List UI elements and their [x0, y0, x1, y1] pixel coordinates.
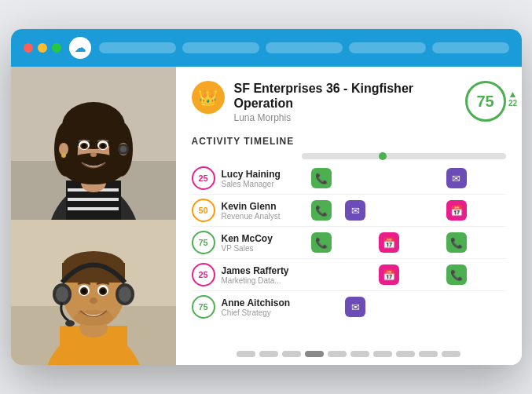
page-dot-4[interactable] [305, 351, 324, 357]
person-row-kevin: 50 Kevin Glenn Revenue Analyst 📞 ✉ [192, 195, 506, 227]
ken-act-4: 📞 [441, 232, 472, 254]
james-act-2: 📅 [373, 264, 405, 286]
account-score-badge: 75 ▲ 22 [465, 81, 506, 122]
kevin-name: Kevin Glenn [222, 201, 300, 212]
lucy-activities: 📞 ✉ [306, 167, 506, 189]
ken-name: Ken McCoy [222, 233, 300, 244]
anne-act-5 [475, 296, 506, 318]
anne-act-3 [407, 296, 438, 318]
person-row-lucy: 25 Lucy Haining Sales Manager 📞 [192, 162, 506, 195]
phone-icon[interactable]: 📞 [446, 264, 467, 285]
kevin-score-badge: 50 [192, 199, 215, 222]
calendar-icon[interactable]: 📅 [379, 264, 399, 285]
phone-icon[interactable]: 📞 [446, 232, 467, 253]
page-dot-2[interactable] [259, 351, 278, 357]
activity-timeline: ACTIVITY TIMELINE 25 Lucy Haining Sales [192, 136, 506, 343]
james-act-1 [339, 264, 371, 286]
svg-rect-6 [68, 207, 119, 210]
page-dot-6[interactable] [350, 351, 369, 357]
svg-point-40 [65, 320, 75, 327]
kevin-act-4: 📅 [441, 199, 472, 221]
kevin-act-1: ✉ [339, 199, 371, 221]
anne-name: Anne Aitchison [222, 297, 300, 308]
account-header: 👑 SF Enterprises 36 - Kingfisher Operati… [192, 81, 506, 123]
svg-rect-5 [68, 198, 119, 201]
person-row-ken: 75 Ken McCoy VP Sales 📞 📅 [192, 227, 506, 259]
person-row-james: 25 James Rafferty Marketing Data... 📅 [192, 259, 506, 291]
svg-point-22 [82, 144, 86, 148]
page-dot-10[interactable] [442, 351, 460, 357]
score-delta-number: 22 [508, 99, 517, 108]
nav-pill-2[interactable] [182, 42, 259, 53]
phone-icon[interactable]: 📞 [311, 200, 332, 221]
maximize-button[interactable] [52, 43, 61, 53]
lucy-score-badge: 25 [192, 166, 215, 190]
anne-title: Chief Strategy [222, 308, 300, 317]
email-icon[interactable]: ✉ [345, 297, 365, 317]
ken-info: Ken McCoy VP Sales [222, 233, 300, 253]
page-dot-7[interactable] [373, 351, 392, 357]
anne-act-4 [441, 296, 472, 318]
kevin-activities: 📞 ✉ 📅 [306, 199, 506, 221]
page-dot-5[interactable] [328, 351, 347, 357]
anne-score-badge: 75 [192, 295, 215, 319]
svg-point-48 [78, 311, 81, 314]
page-dot-3[interactable] [282, 351, 301, 357]
timeline-header [192, 153, 506, 159]
page-dot-9[interactable] [419, 351, 438, 357]
kevin-score: 50 [198, 206, 207, 215]
svg-point-15 [61, 153, 66, 158]
page-dot-1[interactable] [237, 351, 255, 357]
pagination [192, 351, 506, 357]
james-info: James Rafferty Marketing Data... [222, 265, 300, 285]
page-dot-8[interactable] [396, 351, 415, 357]
lucy-act-1 [339, 167, 371, 189]
svg-point-23 [101, 144, 105, 148]
account-score: 75 [476, 93, 493, 109]
woman-photo [11, 67, 176, 220]
kevin-act-3 [407, 199, 438, 221]
man-photo [11, 220, 176, 365]
svg-point-47 [90, 297, 97, 304]
browser-window: ☁ [11, 29, 522, 365]
sf-cloud-icon: ☁ [75, 42, 86, 54]
nav-pill-1[interactable] [99, 42, 176, 53]
phone-icon[interactable]: 📞 [311, 168, 332, 188]
salesforce-logo: ☁ [69, 37, 91, 59]
address-bar [99, 42, 509, 53]
lucy-act-5 [475, 167, 506, 189]
minimize-button[interactable] [38, 43, 47, 53]
photo-bottom [11, 220, 176, 365]
anne-act-2 [373, 296, 405, 318]
james-score: 25 [198, 270, 207, 279]
right-panel: 👑 SF Enterprises 36 - Kingfisher Operati… [176, 67, 522, 365]
nav-pill-3[interactable] [266, 42, 343, 53]
kevin-act-2 [373, 199, 405, 221]
james-act-5 [475, 264, 506, 286]
ken-act-1 [339, 232, 371, 254]
nav-pill-4[interactable] [349, 42, 426, 53]
phone-icon[interactable]: 📞 [311, 232, 332, 253]
james-activities: 📅 📞 [306, 264, 506, 286]
svg-point-39 [119, 286, 131, 302]
lucy-score: 25 [198, 173, 207, 183]
email-icon[interactable]: ✉ [345, 200, 365, 221]
anne-score: 75 [198, 302, 207, 312]
svg-point-46 [101, 289, 105, 294]
svg-point-17 [120, 146, 127, 152]
lucy-act-4: ✉ [441, 167, 472, 189]
nav-pill-5[interactable] [432, 42, 509, 53]
email-icon[interactable]: ✉ [446, 168, 467, 188]
lucy-title: Sales Manager [222, 180, 300, 188]
calendar-icon[interactable]: 📅 [379, 232, 399, 253]
lucy-name: Lucy Haining [222, 169, 300, 180]
svg-point-24 [90, 152, 97, 157]
anne-act-0 [306, 296, 338, 318]
calendar-icon[interactable]: 📅 [446, 200, 467, 221]
james-act-3 [407, 264, 438, 286]
ken-score-badge: 75 [192, 231, 215, 254]
ken-act-3 [407, 232, 438, 254]
close-button[interactable] [24, 43, 33, 53]
left-panel [11, 67, 176, 365]
browser-chrome: ☁ [11, 29, 522, 67]
